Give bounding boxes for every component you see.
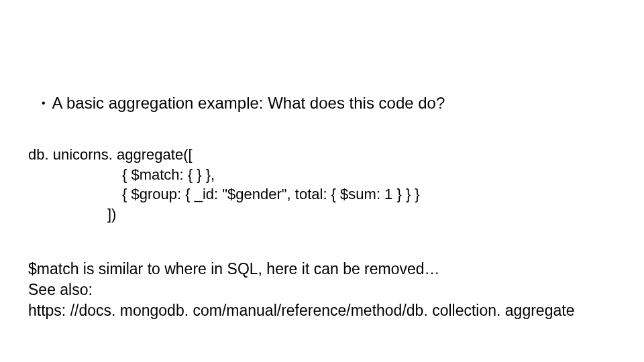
explanation-line-2: See also: [28, 280, 574, 300]
explanation-line-1: $match is similar to where in SQL, here … [28, 259, 574, 280]
code-line-4: ]) [28, 204, 420, 225]
bullet-item: • A basic aggregation example: What does… [42, 94, 445, 113]
code-line-1: db. unicorns. aggregate([ [28, 145, 420, 165]
bullet-dot-icon: • [42, 94, 46, 113]
explanation-line-3: https: //docs. mongodb. com/manual/refer… [28, 300, 574, 321]
explanation-block: $match is similar to where in SQL, here … [28, 259, 574, 321]
code-line-2: { $match: { } }, [28, 165, 420, 185]
code-line-3: { $group: { _id: "$gender", total: { $su… [28, 184, 420, 204]
bullet-text: A basic aggregation example: What does t… [52, 94, 445, 113]
code-block: db. unicorns. aggregate([ { $match: { } … [28, 145, 420, 225]
slide: • A basic aggregation example: What does… [0, 0, 644, 362]
